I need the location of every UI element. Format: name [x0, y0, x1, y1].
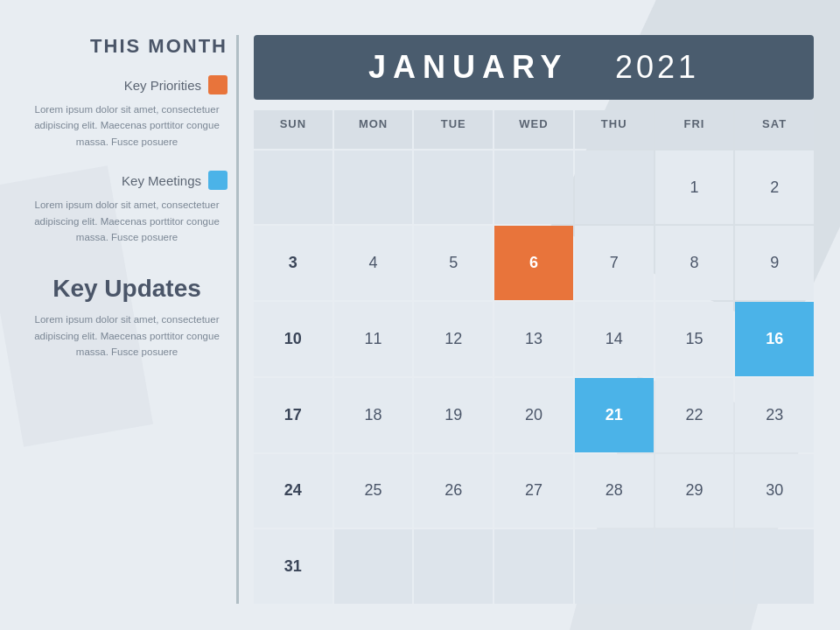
day-cell-empty-55	[655, 529, 734, 604]
day-cell-24: 24	[254, 454, 332, 528]
day-cell-29: 29	[655, 454, 734, 528]
day-header-wed: WED	[494, 110, 573, 149]
priorities-body: Lorem ipsum dolor sit amet, consectetuer…	[26, 102, 228, 150]
updates-title: Key Updates	[26, 275, 228, 303]
day-cell-23: 23	[735, 378, 814, 452]
day-cell-3: 3	[254, 226, 332, 300]
day-cell-9: 9	[735, 226, 814, 300]
calendar-year: 2021	[615, 49, 699, 85]
day-cell-empty-00	[254, 150, 332, 225]
day-cell-30: 30	[735, 454, 814, 528]
day-cell-5: 5	[414, 226, 493, 300]
calendar-month: JANUARY	[368, 49, 568, 85]
day-cell-empty-01	[334, 150, 413, 225]
meetings-label: Key Meetings	[122, 173, 201, 188]
day-cell-31: 31	[254, 529, 332, 604]
day-cell-empty-53	[494, 529, 573, 604]
calendar-grid: SUNMONTUEWEDTHUFRISAT1234567891011121314…	[254, 110, 814, 604]
day-cell-16: 16	[735, 302, 814, 376]
day-cell-1: 1	[655, 150, 734, 225]
day-header-fri: FRI	[655, 110, 734, 149]
day-cell-25: 25	[334, 454, 413, 528]
day-cell-7: 7	[575, 226, 654, 300]
calendar-area: JANUARY 2021 SUNMONTUEWEDTHUFRISAT123456…	[254, 35, 814, 604]
day-cell-12: 12	[414, 302, 493, 376]
day-header-sun: SUN	[254, 110, 332, 149]
calendar-header: JANUARY 2021	[254, 35, 814, 100]
priorities-color-box	[208, 75, 228, 94]
day-cell-empty-03	[494, 150, 573, 225]
sidebar-title: THIS MONTH	[26, 35, 228, 58]
day-cell-28: 28	[575, 454, 654, 528]
day-cell-empty-54	[575, 529, 654, 604]
day-cell-20: 20	[494, 378, 573, 452]
day-cell-11: 11	[334, 302, 413, 376]
day-header-mon: MON	[334, 110, 413, 149]
day-cell-empty-52	[414, 529, 493, 604]
day-cell-17: 17	[254, 378, 332, 452]
priorities-label: Key Priorities	[124, 78, 201, 93]
meetings-color-box	[208, 171, 228, 190]
day-cell-6: 6	[494, 226, 573, 300]
day-cell-18: 18	[334, 378, 413, 452]
day-cell-14: 14	[575, 302, 654, 376]
day-cell-19: 19	[414, 378, 493, 452]
day-cell-10: 10	[254, 302, 332, 376]
day-cell-26: 26	[414, 454, 493, 528]
page-container: THIS MONTH Key Priorities Lorem ipsum do…	[0, 0, 840, 630]
day-cell-empty-51	[334, 529, 413, 604]
day-cell-21: 21	[575, 378, 654, 452]
day-cell-22: 22	[655, 378, 734, 452]
day-cell-empty-56	[735, 529, 814, 604]
meetings-body: Lorem ipsum dolor sit amet, consectetuer…	[26, 197, 228, 245]
day-header-tue: TUE	[414, 110, 493, 149]
day-cell-8: 8	[655, 226, 734, 300]
day-header-thu: THU	[575, 110, 654, 149]
day-cell-13: 13	[494, 302, 573, 376]
day-cell-27: 27	[494, 454, 573, 528]
day-header-sat: SAT	[735, 110, 814, 149]
day-cell-2: 2	[735, 150, 814, 225]
vertical-divider	[236, 35, 239, 604]
priorities-label-row: Key Priorities	[26, 75, 228, 94]
sidebar: THIS MONTH Key Priorities Lorem ipsum do…	[26, 35, 236, 604]
calendar-title: JANUARY 2021	[368, 49, 699, 85]
day-cell-4: 4	[334, 226, 413, 300]
updates-body: Lorem ipsum dolor sit amet, consectetuer…	[26, 312, 228, 360]
meetings-label-row: Key Meetings	[26, 171, 228, 190]
day-cell-15: 15	[655, 302, 734, 376]
day-cell-empty-02	[414, 150, 493, 225]
day-cell-empty-04	[575, 150, 654, 225]
